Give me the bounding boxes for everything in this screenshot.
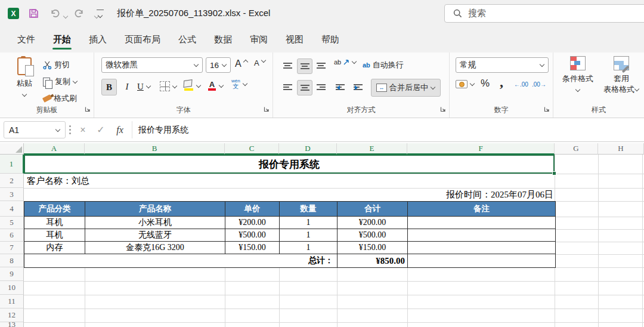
header-cell-subtotal[interactable]: 合计 bbox=[338, 202, 408, 217]
row-header-9[interactable]: 9 bbox=[0, 267, 24, 281]
tab-data[interactable]: 数据 bbox=[205, 26, 241, 53]
merge-center-dropdown-icon[interactable] bbox=[431, 85, 435, 90]
column-header-c[interactable]: C bbox=[225, 143, 279, 155]
save-button[interactable] bbox=[26, 6, 41, 20]
conditional-formatting-button[interactable]: 条件格式 bbox=[558, 56, 597, 95]
column-header-g[interactable]: G bbox=[555, 143, 598, 155]
header-cell-qty[interactable]: 数量 bbox=[280, 202, 338, 217]
tab-file[interactable]: 文件 bbox=[8, 26, 44, 53]
insert-function-button[interactable]: fx bbox=[112, 121, 128, 138]
excel-app-icon[interactable]: X bbox=[8, 8, 19, 19]
row-header-6[interactable]: 6 bbox=[0, 229, 24, 242]
font-color-button[interactable]: A bbox=[208, 80, 224, 91]
font-color-dropdown-icon[interactable] bbox=[219, 84, 224, 88]
cell[interactable]: ¥500.00 bbox=[225, 229, 280, 242]
cut-button[interactable]: 剪切 bbox=[43, 60, 70, 70]
align-left-button[interactable] bbox=[280, 80, 295, 94]
row-header-4[interactable]: 4 bbox=[0, 201, 24, 217]
cell[interactable]: 内存 bbox=[24, 242, 85, 254]
undo-button[interactable] bbox=[48, 6, 62, 20]
orientation-button[interactable]: ab bbox=[334, 58, 357, 66]
header-cell-remark[interactable]: 备注 bbox=[408, 202, 555, 217]
header-cell-product[interactable]: 产品名称 bbox=[85, 202, 225, 217]
cell-sheet-title[interactable]: 报价专用系统 bbox=[24, 155, 555, 174]
cell[interactable]: ¥200.00 bbox=[225, 217, 280, 229]
undo-dropdown-icon[interactable] bbox=[63, 14, 68, 19]
accounting-dropdown-icon[interactable] bbox=[470, 82, 475, 87]
align-middle-button[interactable] bbox=[297, 58, 312, 74]
number-format-combo[interactable]: 常规 bbox=[456, 57, 549, 73]
phonetic-button[interactable]: wén 文 bbox=[231, 79, 247, 90]
font-name-dropdown-icon[interactable] bbox=[194, 63, 199, 67]
formula-bar-handle[interactable] bbox=[69, 125, 71, 127]
clipboard-dialog-launcher[interactable] bbox=[85, 104, 91, 115]
column-header-a[interactable]: A bbox=[24, 143, 85, 155]
column-header-f[interactable]: F bbox=[407, 143, 555, 155]
header-cell-price[interactable]: 单价 bbox=[225, 202, 280, 217]
increase-decimal-button[interactable]: ←.00 bbox=[514, 81, 528, 88]
cell[interactable] bbox=[408, 229, 555, 242]
phonetic-dropdown-icon[interactable] bbox=[243, 82, 247, 87]
column-header-e[interactable]: E bbox=[337, 143, 407, 155]
shrink-font-button[interactable]: A bbox=[254, 58, 266, 67]
tab-view[interactable]: 视图 bbox=[277, 26, 312, 53]
name-box-dropdown-icon[interactable] bbox=[55, 128, 60, 132]
cell[interactable]: 1 bbox=[280, 242, 338, 254]
comma-style-button[interactable]: , bbox=[500, 74, 503, 90]
underline-dropdown-icon[interactable] bbox=[146, 84, 151, 89]
cancel-button[interactable]: × bbox=[75, 121, 91, 138]
wrap-text-button[interactable]: ab 自动换行 bbox=[363, 60, 404, 70]
merge-center-button[interactable]: ↔ 合并后居中 bbox=[371, 79, 441, 97]
format-painter-button[interactable]: 格式刷 bbox=[43, 93, 77, 104]
row-header-1[interactable]: 1 bbox=[0, 155, 24, 174]
decrease-indent-button[interactable] bbox=[333, 80, 347, 94]
underline-button[interactable]: U bbox=[137, 79, 151, 94]
cell[interactable]: ¥200.00 bbox=[338, 217, 408, 229]
tab-review[interactable]: 审阅 bbox=[241, 26, 277, 53]
search-box[interactable]: 搜索 bbox=[444, 4, 644, 23]
align-right-button[interactable] bbox=[314, 80, 328, 94]
fill-handle[interactable] bbox=[552, 171, 556, 175]
total-label-cell[interactable]: 总计： bbox=[24, 254, 338, 267]
alignment-dialog-launcher[interactable] bbox=[440, 104, 446, 115]
cell[interactable] bbox=[408, 254, 555, 267]
orientation-dropdown-icon[interactable] bbox=[352, 60, 357, 64]
accounting-format-button[interactable] bbox=[456, 80, 475, 88]
align-top-button[interactable] bbox=[280, 58, 295, 73]
paste-button[interactable]: 粘贴 bbox=[11, 57, 38, 100]
total-value-cell[interactable]: ¥850.00 bbox=[338, 254, 408, 267]
italic-button[interactable]: I bbox=[120, 79, 134, 94]
column-header-h[interactable]: H bbox=[598, 143, 644, 155]
column-header-d[interactable]: D bbox=[279, 143, 337, 155]
fill-color-button[interactable] bbox=[184, 80, 201, 91]
customize-qat-icon[interactable] bbox=[97, 10, 104, 21]
row-header-10[interactable]: 10 bbox=[0, 281, 24, 295]
tab-help[interactable]: 帮助 bbox=[312, 26, 348, 53]
cell[interactable]: 耳机 bbox=[24, 229, 85, 242]
percent-style-button[interactable]: % bbox=[481, 78, 490, 90]
tab-insert[interactable]: 插入 bbox=[80, 26, 116, 53]
number-dialog-launcher[interactable] bbox=[544, 104, 550, 115]
tab-page-layout[interactable]: 页面布局 bbox=[116, 26, 169, 53]
cell[interactable]: 无线蓝牙 bbox=[85, 229, 225, 242]
header-cell-category[interactable]: 产品分类 bbox=[24, 202, 85, 217]
row-header-5[interactable]: 5 bbox=[0, 217, 24, 229]
fill-color-dropdown-icon[interactable] bbox=[196, 84, 201, 88]
redo-button[interactable] bbox=[72, 6, 86, 20]
cell[interactable]: 耳机 bbox=[24, 217, 85, 229]
borders-button[interactable] bbox=[160, 81, 177, 91]
font-name-combo[interactable]: 微软雅黑 bbox=[101, 57, 203, 73]
cell[interactable]: 金泰克16G 3200 bbox=[85, 242, 225, 254]
cell[interactable]: 小米耳机 bbox=[85, 217, 225, 229]
paste-dropdown-icon[interactable] bbox=[22, 92, 27, 97]
tab-formulas[interactable]: 公式 bbox=[169, 26, 205, 53]
cell[interactable]: ¥500.00 bbox=[338, 229, 408, 242]
grow-font-button[interactable]: A bbox=[235, 58, 248, 69]
copy-button[interactable]: 复制 bbox=[43, 76, 78, 87]
cell-quote-date[interactable]: 报价时间：2025年07月06日 bbox=[24, 188, 553, 201]
font-size-dropdown-icon[interactable] bbox=[222, 63, 227, 67]
cell[interactable]: 1 bbox=[280, 229, 338, 242]
column-header-b[interactable]: B bbox=[85, 143, 225, 155]
format-as-table-dropdown-icon[interactable] bbox=[634, 87, 639, 92]
enter-button[interactable]: ✓ bbox=[93, 121, 109, 138]
